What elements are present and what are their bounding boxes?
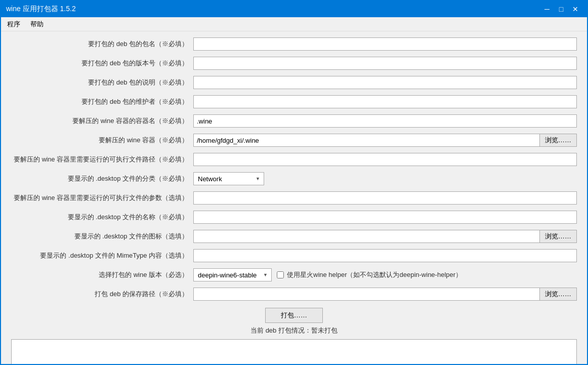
menu-bar: 程序 帮助 xyxy=(1,17,587,31)
browse-desktop-icon-button[interactable]: 浏览…… xyxy=(540,230,577,243)
desktop-icon-field-group: 浏览…… xyxy=(193,230,577,243)
helper-checkbox-label: 使用星火wine helper（如不勾选默认为deepin-wine-helpe… xyxy=(277,270,462,279)
input-wine-container[interactable] xyxy=(193,134,540,147)
row-pkg-version: 要打包的 deb 包的版本号（※必填） xyxy=(11,56,577,71)
label-pkg-name: 要打包的 deb 包的包名（※必填） xyxy=(11,39,193,49)
row-desktop-category: 要显示的 .desktop 文件的分类（※必填） Network Office … xyxy=(11,171,577,186)
row-exe-path: 要解压的 wine 容器里需要运行的可执行文件路径（※必填） xyxy=(11,152,577,167)
pack-button-row: 打包…… xyxy=(11,308,577,323)
input-desktop-mime[interactable] xyxy=(193,249,577,262)
select-wine-version[interactable]: deepin-wine6-stable deepin-wine5-stable … xyxy=(193,268,272,281)
row-pkg-desc: 要打包的 deb 包的说明（※必填） xyxy=(11,75,577,90)
input-pkg-desc[interactable] xyxy=(193,76,577,89)
main-window: wine 应用打包器 1.5.2 ─ □ ✕ 程序 帮助 要打包的 deb 包的… xyxy=(0,0,588,365)
window-controls: ─ □ ✕ xyxy=(540,4,582,14)
input-container-name[interactable] xyxy=(193,114,577,128)
helper-checkbox-text: 使用星火wine helper（如不勾选默认为deepin-wine-helpe… xyxy=(287,270,462,279)
select-desktop-category[interactable]: Network Office Graphics AudioVideo Game … xyxy=(193,172,264,185)
title-bar: wine 应用打包器 1.5.2 ─ □ ✕ xyxy=(1,1,587,17)
input-desktop-icon[interactable] xyxy=(193,230,540,243)
label-desktop-category: 要显示的 .desktop 文件的分类（※必填） xyxy=(11,174,193,183)
label-exe-path: 要解压的 wine 容器里需要运行的可执行文件路径（※必填） xyxy=(11,155,193,164)
wine-version-row: deepin-wine6-stable deepin-wine5-stable … xyxy=(193,268,577,281)
label-wine-version: 选择打包的 wine 版本（必选） xyxy=(11,270,193,279)
helper-checkbox[interactable] xyxy=(277,271,284,278)
label-desktop-mime: 要显示的 .desktop 文件的 MimeType 内容（选填） xyxy=(11,251,193,260)
input-exe-args[interactable] xyxy=(193,191,577,205)
status-row: 当前 deb 打包情况：暂未打包 xyxy=(11,326,577,335)
input-desktop-name[interactable] xyxy=(193,211,577,224)
input-pkg-version[interactable] xyxy=(193,57,577,70)
row-desktop-name: 要显示的 .desktop 文件的名称（※必填） xyxy=(11,210,577,225)
label-pkg-desc: 要打包的 deb 包的说明（※必填） xyxy=(11,78,193,87)
close-button[interactable]: ✕ xyxy=(569,4,582,14)
row-wine-container: 要解压的 wine 容器（※必填） 浏览…… xyxy=(11,133,577,148)
row-desktop-icon: 要显示的 .desktop 文件的图标（选填） 浏览…… xyxy=(11,229,577,244)
form-content: 要打包的 deb 包的包名（※必填） 要打包的 deb 包的版本号（※必填） 要… xyxy=(1,31,587,364)
window-title: wine 应用打包器 1.5.2 xyxy=(6,5,76,14)
minimize-button[interactable]: ─ xyxy=(540,4,554,14)
wine-version-select-wrapper: deepin-wine6-stable deepin-wine5-stable … xyxy=(193,268,272,281)
maximize-button[interactable]: □ xyxy=(555,4,568,14)
label-wine-container: 要解压的 wine 容器（※必填） xyxy=(11,136,193,145)
label-pkg-version: 要打包的 deb 包的版本号（※必填） xyxy=(11,59,193,68)
row-pkg-name: 要打包的 deb 包的包名（※必填） xyxy=(11,36,577,52)
row-desktop-mime: 要显示的 .desktop 文件的 MimeType 内容（选填） xyxy=(11,248,577,263)
label-pkg-maintainer: 要打包的 deb 包的维护者（※必填） xyxy=(11,97,193,106)
label-desktop-name: 要显示的 .desktop 文件的名称（※必填） xyxy=(11,213,193,222)
browse-wine-container-button[interactable]: 浏览…… xyxy=(540,134,577,147)
row-exe-args: 要解压的 wine 容器里需要运行的可执行文件的参数（选填） xyxy=(11,190,577,206)
row-container-name: 要解压的 wine 容器的容器名（※必填） xyxy=(11,113,577,129)
pack-button[interactable]: 打包…… xyxy=(265,308,323,323)
browse-save-path-button[interactable]: 浏览…… xyxy=(540,288,577,301)
status-label: 当前 deb 打包情况： xyxy=(250,327,311,334)
wine-container-field-group: 浏览…… xyxy=(193,134,577,147)
row-pkg-maintainer: 要打包的 deb 包的维护者（※必填） xyxy=(11,94,577,109)
input-pkg-name[interactable] xyxy=(193,37,577,51)
label-save-path: 打包 deb 的保存路径（※必填） xyxy=(11,290,193,299)
menu-program[interactable]: 程序 xyxy=(3,18,24,30)
save-path-field-group: 浏览…… xyxy=(193,288,577,301)
row-wine-version: 选择打包的 wine 版本（必选） deepin-wine6-stable de… xyxy=(11,267,577,282)
input-exe-path[interactable] xyxy=(193,153,577,166)
label-exe-args: 要解压的 wine 容器里需要运行的可执行文件的参数（选填） xyxy=(11,194,193,202)
row-save-path: 打包 deb 的保存路径（※必填） 浏览…… xyxy=(11,287,577,302)
log-area xyxy=(11,339,577,364)
input-pkg-maintainer[interactable] xyxy=(193,95,577,108)
label-desktop-icon: 要显示的 .desktop 文件的图标（选填） xyxy=(11,232,193,241)
menu-help[interactable]: 帮助 xyxy=(26,18,48,30)
status-value: 暂未打包 xyxy=(311,327,338,334)
input-save-path[interactable] xyxy=(193,288,540,301)
label-container-name: 要解压的 wine 容器的容器名（※必填） xyxy=(11,116,193,126)
desktop-category-select-wrapper: Network Office Graphics AudioVideo Game … xyxy=(193,172,264,185)
